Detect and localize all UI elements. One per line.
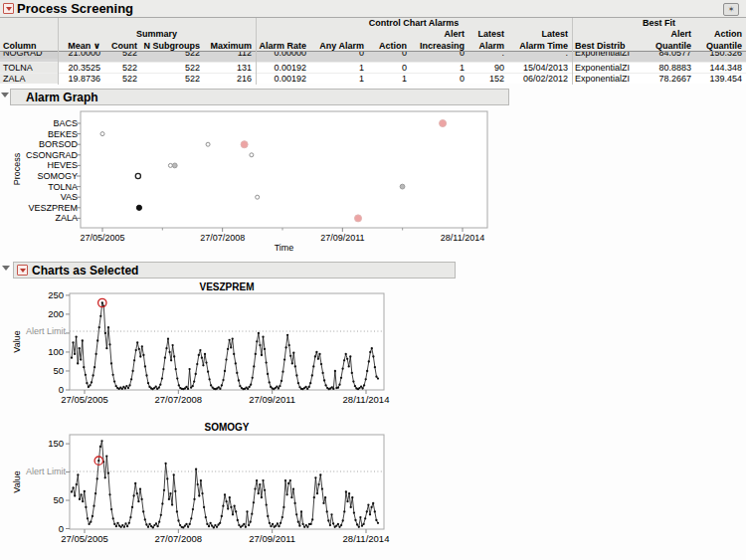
y-axis-label: Value xyxy=(12,470,22,492)
control-chart-veszprem: VESZPREMValue050100200250Alert Limit27/0… xyxy=(12,281,389,405)
alarm-point-csongrad[interactable] xyxy=(250,153,254,157)
y-category-label: TOLNA xyxy=(48,182,78,192)
control-chart-somogy: SOMOGYValue050150Alert Limit27/05/200527… xyxy=(12,422,389,544)
x-tick-label: 27/09/2011 xyxy=(249,394,295,405)
x-tick-label: 27/05/2005 xyxy=(61,533,108,544)
alarm-graph-plot: BACSBEKESBORSODCSONGRADHEVESSOMOGYTOLNAV… xyxy=(12,111,487,253)
plot-frame xyxy=(70,293,384,390)
alarm-point-borsod[interactable] xyxy=(206,142,210,146)
x-tick-label: 27/07/2008 xyxy=(155,394,203,405)
y-tick-label: 0 xyxy=(59,523,64,534)
alarm-point-vas[interactable] xyxy=(256,195,260,199)
y-category-label: BORSOD xyxy=(39,139,79,149)
x-axis-label: Time xyxy=(275,243,294,253)
chart-title: SOMOGY xyxy=(204,422,249,433)
x-tick-label: 27/09/2011 xyxy=(249,533,295,544)
y-axis-label: Process xyxy=(12,152,22,185)
y-tick-label: 150 xyxy=(48,438,64,449)
alert-limit-label: Alert Limit xyxy=(26,467,67,476)
y-category-label: CSONGRAD xyxy=(26,150,79,160)
alarm-point-heves[interactable] xyxy=(168,163,172,167)
alarm-point-bekes[interactable] xyxy=(100,132,104,136)
y-tick-label: 50 xyxy=(53,494,64,505)
alarm-point-borsod[interactable] xyxy=(241,141,248,148)
alarm-point-zala[interactable] xyxy=(355,215,362,222)
alarm-point-veszprem[interactable] xyxy=(136,205,141,210)
y-category-label: BACS xyxy=(53,118,78,128)
y-tick-label: 250 xyxy=(48,289,64,300)
y-tick-label: 50 xyxy=(53,365,64,376)
alarm-point-bacs[interactable] xyxy=(440,120,447,127)
x-tick-label: 28/11/2014 xyxy=(343,533,390,544)
y-category-label: BEKES xyxy=(48,129,78,139)
plot-frame xyxy=(70,435,384,529)
y-axis-label: Value xyxy=(12,330,22,352)
x-tick-label: 27/07/2008 xyxy=(155,533,203,544)
x-tick-label: 28/11/2014 xyxy=(343,394,390,405)
x-tick-label: 27/05/2005 xyxy=(61,394,108,405)
alarm-point-heves[interactable] xyxy=(172,163,177,168)
y-category-label: ZALA xyxy=(55,213,78,223)
x-tick-label: 27/07/2008 xyxy=(200,233,245,243)
process-screening-window: Process Screening ✶ Control Chart Alarms… xyxy=(0,0,746,560)
plot-frame xyxy=(81,111,487,228)
x-tick-label: 27/09/2011 xyxy=(320,233,364,243)
y-tick-label: 200 xyxy=(48,308,64,319)
alarm-point-somogy[interactable] xyxy=(135,173,140,178)
chart-title: VESZPREM xyxy=(199,281,254,292)
y-category-label: HEVES xyxy=(47,160,78,170)
x-tick-label: 27/05/2005 xyxy=(80,233,124,243)
x-tick-label: 28/11/2014 xyxy=(441,233,484,243)
charts-layer: BACSBEKESBORSODCSONGRADHEVESSOMOGYTOLNAV… xyxy=(0,0,746,560)
y-tick-label: 100 xyxy=(48,346,64,357)
alert-limit-label: Alert Limit xyxy=(26,326,67,336)
y-category-label: VAS xyxy=(61,192,78,202)
y-category-label: VESZPREM xyxy=(28,203,78,213)
y-category-label: SOMOGY xyxy=(37,171,78,181)
alarm-point-tolna[interactable] xyxy=(400,184,405,189)
